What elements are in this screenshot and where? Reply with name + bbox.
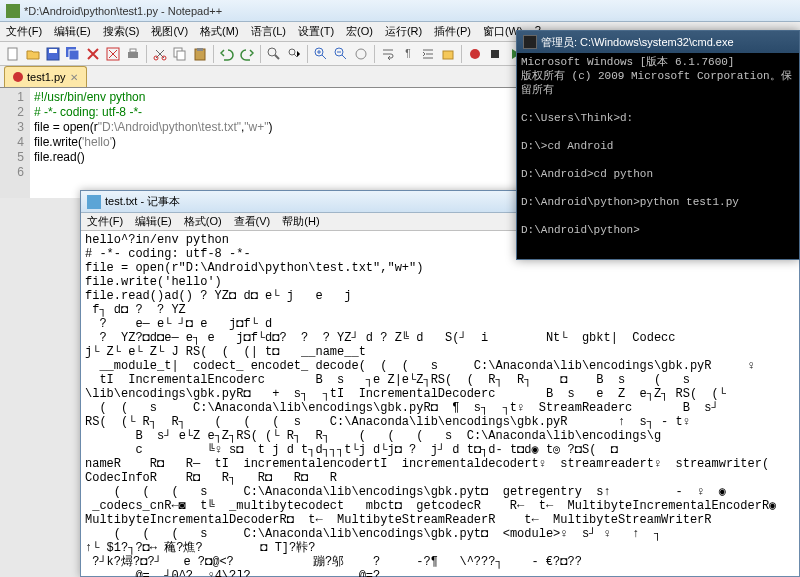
menu-format[interactable]: 格式(M) [194, 22, 245, 41]
toolbar-separator [146, 45, 147, 63]
folder-icon[interactable] [439, 45, 457, 63]
line-number: 1 [0, 90, 24, 105]
find-icon[interactable] [265, 45, 283, 63]
record-macro-icon[interactable] [466, 45, 484, 63]
redo-icon[interactable] [238, 45, 256, 63]
svg-rect-2 [49, 49, 57, 53]
close-all-icon[interactable] [104, 45, 122, 63]
line-number: 2 [0, 105, 24, 120]
open-file-icon[interactable] [24, 45, 42, 63]
cmd-window[interactable]: 管理员: C:\Windows\system32\cmd.exe Microso… [516, 30, 800, 260]
copy-icon[interactable] [171, 45, 189, 63]
file-tab[interactable]: test1.py ✕ [4, 66, 87, 87]
np-menu-help[interactable]: 帮助(H) [276, 213, 325, 230]
zoom-out-icon[interactable] [332, 45, 350, 63]
save-all-icon[interactable] [64, 45, 82, 63]
line-gutter: 1 2 3 4 5 6 [0, 88, 30, 198]
menu-macro[interactable]: 宏(O) [340, 22, 379, 41]
npp-titlebar[interactable]: *D:\Android\python\test1.py - Notepad++ [0, 0, 800, 22]
toolbar-separator [374, 45, 375, 63]
svg-rect-6 [128, 52, 138, 58]
line-number: 4 [0, 135, 24, 150]
toolbar-separator [461, 45, 462, 63]
new-file-icon[interactable] [4, 45, 22, 63]
svg-rect-7 [130, 49, 136, 52]
indent-icon[interactable] [419, 45, 437, 63]
notepad-text-area[interactable]: hello^?in/env python # -*- coding: utf-8… [81, 231, 799, 577]
npp-title-text: *D:\Android\python\test1.py - Notepad++ [24, 5, 222, 17]
svg-rect-13 [197, 48, 203, 51]
modified-indicator-icon [13, 72, 23, 82]
undo-icon[interactable] [218, 45, 236, 63]
np-menu-view[interactable]: 查看(V) [228, 213, 277, 230]
cmd-titlebar[interactable]: 管理员: C:\Windows\system32\cmd.exe [517, 31, 799, 53]
menu-file[interactable]: 文件(F) [0, 22, 48, 41]
print-icon[interactable] [124, 45, 142, 63]
menu-plugins[interactable]: 插件(P) [428, 22, 477, 41]
tab-label: test1.py [27, 71, 66, 83]
menu-search[interactable]: 搜索(S) [97, 22, 146, 41]
show-all-icon[interactable]: ¶ [399, 45, 417, 63]
cut-icon[interactable] [151, 45, 169, 63]
menu-run[interactable]: 运行(R) [379, 22, 428, 41]
notepad-app-icon [87, 195, 101, 209]
wordwrap-icon[interactable] [379, 45, 397, 63]
save-icon[interactable] [44, 45, 62, 63]
paste-icon[interactable] [191, 45, 209, 63]
np-menu-edit[interactable]: 编辑(E) [129, 213, 178, 230]
menu-language[interactable]: 语言(L) [245, 22, 292, 41]
zoom-in-icon[interactable] [312, 45, 330, 63]
svg-rect-0 [8, 48, 17, 60]
menu-settings[interactable]: 设置(T) [292, 22, 340, 41]
menu-view[interactable]: 视图(V) [145, 22, 194, 41]
line-number: 5 [0, 150, 24, 165]
svg-rect-19 [443, 51, 453, 59]
npp-app-icon [6, 4, 20, 18]
cmd-title-text: 管理员: C:\Windows\system32\cmd.exe [541, 35, 734, 50]
notepad-title-text: test.txt - 记事本 [105, 194, 180, 209]
tab-close-icon[interactable]: ✕ [70, 72, 78, 83]
toolbar-separator [260, 45, 261, 63]
cmd-app-icon [523, 35, 537, 49]
cmd-output[interactable]: Microsoft Windows [版本 6.1.7600] 版权所有 (c)… [517, 53, 799, 239]
np-menu-format[interactable]: 格式(O) [178, 213, 228, 230]
close-icon[interactable] [84, 45, 102, 63]
svg-point-14 [268, 48, 276, 56]
replace-icon[interactable] [285, 45, 303, 63]
sync-icon[interactable] [352, 45, 370, 63]
svg-rect-4 [69, 50, 79, 60]
line-number: 6 [0, 165, 24, 180]
np-menu-file[interactable]: 文件(F) [81, 213, 129, 230]
stop-macro-icon[interactable] [486, 45, 504, 63]
menu-edit[interactable]: 编辑(E) [48, 22, 97, 41]
svg-rect-11 [177, 51, 185, 60]
svg-rect-21 [491, 50, 499, 58]
svg-point-20 [470, 49, 480, 59]
toolbar-separator [213, 45, 214, 63]
svg-text:¶: ¶ [405, 48, 410, 59]
line-number: 3 [0, 120, 24, 135]
toolbar-separator [307, 45, 308, 63]
